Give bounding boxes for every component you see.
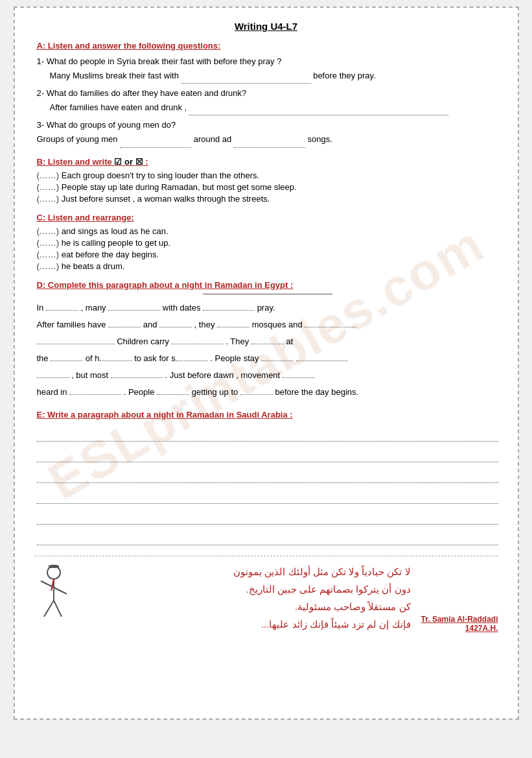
section-d: D: Complete this paragraph about a night… [34,280,498,401]
section-b: B: Listen and write ☑ or ☒ : (……) Each g… [34,157,498,204]
q1-answer-prefix: Many Muslims break their fast with [37,71,179,80]
svg-rect-2 [51,565,57,566]
q3-around-ad: around ad [194,134,234,144]
arabic-line-4: فإنك إن لم تزد شيئاً فإنك زائد عليها... [84,615,411,633]
q2-number: 2- [37,88,45,98]
section-c: C: Listen and rearrange: (……) and sings … [34,213,498,271]
footer-figure [34,565,73,631]
d-paragraph: In , many with dates pray. After familie… [37,300,498,401]
q1-number: 1- [37,56,45,66]
q3-number: 3- [37,120,45,130]
arabic-line-2: دون أن يتركوا بصماتهم على جبين التاريخ. [84,580,411,598]
write-line-6 [37,530,498,545]
write-line-2 [37,447,498,462]
arabic-line-3: كن مستقلاً وصاحب مسئولية. [84,598,411,615]
q2-answer-prefix: After families have eaten and drunk , [37,102,187,112]
page-title: Writing U4-L7 [34,21,498,32]
svg-line-7 [54,600,62,617]
people-stay-blank [261,351,294,361]
q1-blank1 [181,69,311,84]
question-3: 3- What do groups of young men do? Group… [37,118,498,147]
q3-text: What do groups of young men do? [47,120,176,130]
write-line-4 [37,488,498,504]
write-line-3 [37,468,498,483]
question-2: 2- What do families do after they have e… [37,86,498,115]
section-c-header: C: Listen and rearrange: [37,213,498,222]
c-item-2: (……) he is calling people to get up. [37,238,498,248]
q2-blank [189,101,448,115]
write-line-5 [37,509,498,525]
question-1: 1- What do people in Syria break their f… [37,54,498,84]
arabic-line-1: لا تكن حيادياً ولا تكن مثل أولئك الذين ي… [84,563,411,580]
q1-text: What do people in Syria break their fast… [47,56,282,66]
b-item-2: (……) People stay up late during Ramadan,… [37,182,498,192]
section-a-header: A: Listen and answer the following quest… [37,41,498,51]
q3-suffix: songs. [308,134,332,144]
q3-answer-prefix: Groups of young men [37,134,118,144]
section-e: E: Write a paragraph about a night in Ra… [34,410,498,545]
q3-blank2 [234,132,305,147]
footer-arabic: لا تكن حيادياً ولا تكن مثل أولئك الذين ي… [84,563,411,633]
svg-line-5 [54,587,67,594]
b-item-1: (……) Each group doesn't try to sing loud… [37,171,498,180]
section-e-header: E: Write a paragraph about a night in Ra… [37,410,498,420]
c-item-1: (……) and sings as loud as he can. [37,226,498,236]
q2-text: What do families do after they have eate… [47,88,247,98]
c-item-4: (……) he beats a drum. [37,261,498,271]
section-d-header: D: Complete this paragraph about a night… [37,280,498,290]
write-line-1 [37,426,498,442]
c-item-3: (……) eat before the day begins. [37,250,498,259]
q3-blank1 [120,132,191,147]
q1-answer-suffix: before they pray. [313,71,376,80]
b-item-3: (……) Just before sunset , a woman walks … [37,194,498,204]
footer-figure-svg [34,565,73,623]
section-b-header: B: Listen and write ☑ or ☒ : [37,157,498,167]
footer-credit: Tr. Samia Al-Raddadi1427A.H. [421,615,498,633]
svg-line-6 [44,600,54,617]
footer: لا تكن حيادياً ولا تكن مثل أولئك الذين ي… [34,556,498,633]
e-write-lines [37,426,498,545]
section-a: A: Listen and answer the following quest… [34,41,498,148]
d-top-line [203,294,332,294]
